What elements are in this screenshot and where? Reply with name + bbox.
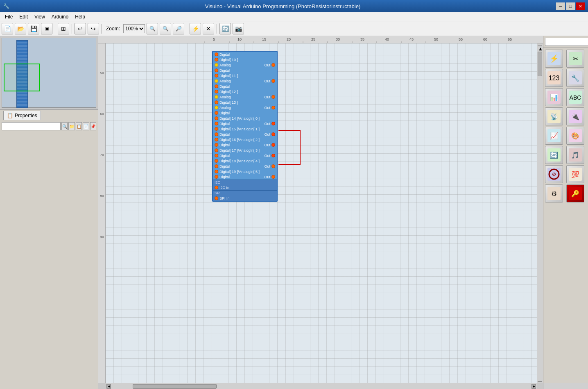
scroll-up-arrow[interactable]: ▲ xyxy=(538,45,542,46)
palette-item-16[interactable]: 🔑 xyxy=(566,184,584,202)
palette-item-2[interactable]: ✂ xyxy=(566,50,584,68)
prop-btn-3[interactable]: 📋 xyxy=(76,122,82,130)
pin-d10-in xyxy=(215,58,218,61)
save-button[interactable]: 💾 xyxy=(28,23,39,34)
palette-item-7[interactable]: 📡 xyxy=(545,107,563,125)
pin-analog-11 xyxy=(215,79,218,83)
svg-text:📡: 📡 xyxy=(550,113,558,121)
ruler-horizontal: 5 10 15 20 25 30 35 40 45 50 55 60 65 xyxy=(98,36,543,43)
pin-d18-in xyxy=(215,159,218,163)
maximize-button[interactable]: □ xyxy=(566,2,575,10)
palette-item-11[interactable]: 🔄 xyxy=(545,146,563,164)
prop-pin-btn[interactable]: 📌 xyxy=(90,122,96,130)
zoom-select[interactable]: 100% 50% 75% 125% 150% 200% xyxy=(123,24,145,33)
scroll-thumb-v[interactable] xyxy=(538,52,542,76)
pin-out-17: Out xyxy=(264,154,270,158)
prop-btn-2[interactable]: 📁 xyxy=(68,122,75,130)
refresh-button[interactable]: 🔄 xyxy=(219,23,231,34)
menu-view[interactable]: View xyxy=(31,13,48,20)
zoom-out-button[interactable]: 🔎 xyxy=(173,23,184,34)
pin-d18-label: Digital[ 18 ]/AnalogIn[ 4 ] xyxy=(219,159,275,163)
separator-1 xyxy=(55,24,55,34)
palette-item-13[interactable]: ⊘ xyxy=(545,165,563,183)
pin-digital-13b xyxy=(215,111,218,115)
pin-digital-15b-label: Digital xyxy=(219,132,264,136)
scroll-right-arrow[interactable]: ▶ xyxy=(531,384,536,389)
minimap[interactable] xyxy=(0,36,98,110)
menu-arduino[interactable]: Arduino xyxy=(48,13,72,20)
arduino-component[interactable]: Digital Digital[ 10 ] Analog Out xyxy=(212,51,278,202)
redo-button[interactable]: ↪ xyxy=(88,23,99,34)
wire-connections xyxy=(106,43,537,383)
pin-out-14: Out xyxy=(264,122,270,126)
properties-tab[interactable]: 📋 Properties xyxy=(3,111,41,120)
canvas-scrollbar-horizontal[interactable]: ◀ ▶ xyxy=(106,383,537,389)
pin-digital-15b xyxy=(215,132,218,136)
palette-item-1[interactable]: ⚡ xyxy=(545,50,563,68)
properties-tab-label: Properties xyxy=(15,113,37,118)
open-button[interactable]: 📂 xyxy=(15,23,26,34)
scroll-thumb-h[interactable] xyxy=(133,384,217,389)
pin-row-d14: Digital[ 14 ]/AnalogIn[ 0 ] xyxy=(213,116,277,121)
palette-item-6[interactable]: ABC xyxy=(566,88,584,106)
palette-item-10[interactable]: 🎨 xyxy=(566,127,584,145)
pin-row-analog-out-11: Analog Out xyxy=(213,78,277,84)
svg-text:20: 20 xyxy=(287,37,291,41)
palette-scrollbar[interactable] xyxy=(543,383,588,389)
zoom-in-button[interactable]: 🔍 xyxy=(160,23,171,34)
svg-text:15: 15 xyxy=(262,37,266,41)
prop-btn-4[interactable]: 📄 xyxy=(83,122,89,130)
pin-analog-12 xyxy=(215,95,218,99)
undo-button[interactable]: ↩ xyxy=(75,23,86,34)
zoom-fit-button[interactable]: 🔍 xyxy=(147,23,158,34)
palette-search-input[interactable] xyxy=(545,38,588,46)
pin-out-10-dot xyxy=(271,63,275,67)
app-icon: 🔧 xyxy=(3,3,9,9)
menu-help[interactable]: Help xyxy=(72,13,88,20)
scroll-left-arrow[interactable]: ◀ xyxy=(106,384,111,389)
upload-button[interactable]: ✕ xyxy=(203,23,214,34)
palette-item-5[interactable]: 📊 xyxy=(545,88,563,106)
new-button[interactable]: 📄 xyxy=(2,23,13,34)
spi-label: SPI xyxy=(215,191,275,195)
scroll-down-arrow[interactable]: ▼ xyxy=(538,381,542,382)
pin-row-digital-out-16: Digital Out xyxy=(213,142,277,148)
scrollbar-track-h xyxy=(112,384,531,389)
svg-text:🔌: 🔌 xyxy=(571,113,579,121)
pin-out-10: Out xyxy=(264,63,270,67)
save-small-button[interactable]: ▣ xyxy=(41,23,52,34)
svg-text:⊘: ⊘ xyxy=(552,171,556,177)
close-button[interactable]: ✕ xyxy=(576,2,585,10)
palette-item-8[interactable]: 🔌 xyxy=(566,107,584,125)
pin-label: Digital xyxy=(219,52,230,57)
pin-digital-11b xyxy=(215,84,218,88)
svg-text:35: 35 xyxy=(360,37,364,41)
palette-item-15[interactable]: ⚙ xyxy=(545,184,563,202)
properties-search-input[interactable] xyxy=(2,122,61,130)
palette-item-12[interactable]: 🎵 xyxy=(566,146,584,164)
canvas-workspace[interactable]: Digital Digital[ 10 ] Analog Out xyxy=(106,43,537,383)
grid-button[interactable]: ⊞ xyxy=(58,23,69,34)
pin-out-14-dot xyxy=(271,122,275,125)
spi-section: SPI xyxy=(213,190,277,196)
canvas-scrollbar-vertical[interactable]: ▲ ▼ xyxy=(537,43,543,383)
palette-item-4[interactable]: 🔧 xyxy=(566,69,584,87)
palette-item-14[interactable]: 💯 xyxy=(566,165,584,183)
menu-edit[interactable]: Edit xyxy=(16,13,31,20)
pin-row-digital-10b: Digital xyxy=(213,68,277,73)
compile-button[interactable]: ⚡ xyxy=(190,23,201,34)
palette-item-3[interactable]: 123 xyxy=(545,69,563,87)
i2c-section: I2C xyxy=(213,180,277,185)
menu-file[interactable]: File xyxy=(2,13,16,20)
minimap-viewport xyxy=(4,64,40,91)
prop-btn-1[interactable]: 🔍 xyxy=(61,122,68,130)
ruler-vertical: 50 60 70 80 90 xyxy=(98,43,106,383)
svg-text:5: 5 xyxy=(213,37,215,41)
pin-digital-19b-label: Digital xyxy=(219,175,264,179)
palette-item-9[interactable]: 📈 xyxy=(545,127,563,145)
svg-text:55: 55 xyxy=(459,37,463,41)
minimize-button[interactable]: ─ xyxy=(556,2,565,10)
svg-text:70: 70 xyxy=(100,153,104,157)
screenshot-button[interactable]: 📷 xyxy=(233,23,244,34)
properties-search-bar: 🔍 📁 📋 📄 📌 xyxy=(0,121,98,132)
